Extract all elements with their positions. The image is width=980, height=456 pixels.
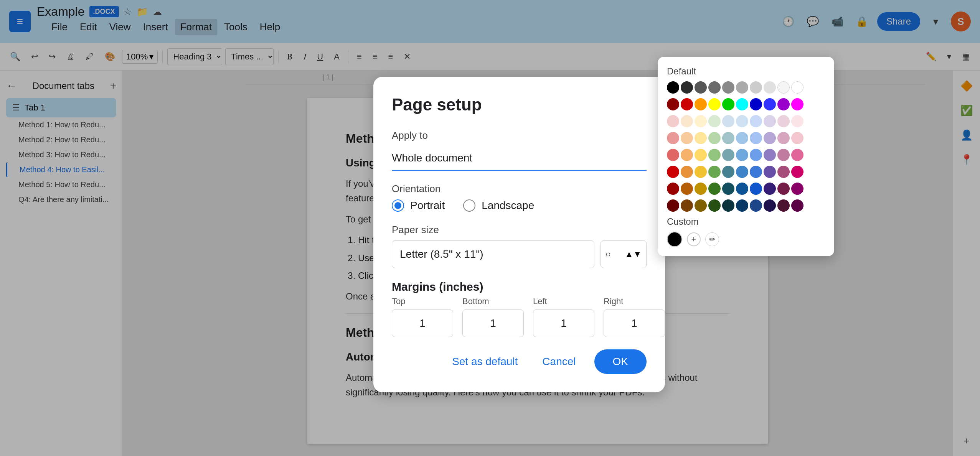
color-swatch[interactable] xyxy=(777,98,790,110)
color-swatch[interactable] xyxy=(722,115,734,127)
color-swatch[interactable] xyxy=(777,132,790,144)
color-swatch[interactable] xyxy=(722,81,734,94)
color-swatch[interactable] xyxy=(681,149,693,161)
color-swatch[interactable] xyxy=(708,115,721,127)
color-swatch[interactable] xyxy=(681,199,693,212)
color-swatch[interactable] xyxy=(764,166,776,178)
color-swatch[interactable] xyxy=(750,132,762,144)
color-swatch[interactable] xyxy=(708,166,721,178)
color-swatch[interactable] xyxy=(750,81,762,94)
color-swatch[interactable] xyxy=(736,132,748,144)
color-swatch[interactable] xyxy=(722,98,734,110)
color-swatch[interactable] xyxy=(791,183,803,195)
color-swatch[interactable] xyxy=(681,166,693,178)
portrait-option[interactable]: Portrait xyxy=(392,199,445,211)
apply-to-input[interactable] xyxy=(392,146,647,170)
color-swatch[interactable] xyxy=(791,132,803,144)
color-swatch[interactable] xyxy=(722,166,734,178)
color-swatch[interactable] xyxy=(777,115,790,127)
color-swatch[interactable] xyxy=(695,199,707,212)
color-swatch[interactable] xyxy=(750,166,762,178)
color-swatch[interactable] xyxy=(681,115,693,127)
color-swatch[interactable] xyxy=(750,149,762,161)
color-swatch[interactable] xyxy=(708,183,721,195)
landscape-option[interactable]: Landscape xyxy=(463,199,534,211)
color-swatch[interactable] xyxy=(667,81,679,94)
color-swatch[interactable] xyxy=(667,149,679,161)
paper-size-select[interactable]: Letter (8.5" x 11") A4 (8.27" x 11.69") … xyxy=(392,240,594,268)
color-swatch[interactable] xyxy=(791,166,803,178)
color-swatch[interactable] xyxy=(681,98,693,110)
color-swatch[interactable] xyxy=(764,81,776,94)
color-swatch[interactable] xyxy=(695,98,707,110)
color-swatch[interactable] xyxy=(750,199,762,212)
color-swatch[interactable] xyxy=(722,149,734,161)
color-swatch[interactable] xyxy=(791,149,803,161)
color-swatch[interactable] xyxy=(736,149,748,161)
color-swatch[interactable] xyxy=(736,166,748,178)
color-grid-row1 xyxy=(667,81,825,94)
color-swatch[interactable] xyxy=(681,183,693,195)
color-swatch[interactable] xyxy=(750,98,762,110)
color-swatch[interactable] xyxy=(777,149,790,161)
color-swatch[interactable] xyxy=(750,183,762,195)
color-swatch[interactable] xyxy=(750,115,762,127)
color-swatch[interactable] xyxy=(736,98,748,110)
color-swatch[interactable] xyxy=(708,199,721,212)
color-swatch[interactable] xyxy=(667,183,679,195)
color-swatch[interactable] xyxy=(791,115,803,127)
color-swatch[interactable] xyxy=(722,199,734,212)
cancel-button[interactable]: Cancel xyxy=(536,352,582,370)
color-swatch[interactable] xyxy=(667,166,679,178)
color-swatch[interactable] xyxy=(764,115,776,127)
edit-color-btn[interactable]: ✏ xyxy=(705,232,719,246)
color-swatch[interactable] xyxy=(736,183,748,195)
color-swatch[interactable] xyxy=(667,98,679,110)
color-swatch[interactable] xyxy=(722,132,734,144)
margin-left-input[interactable] xyxy=(533,309,594,337)
ok-button[interactable]: OK xyxy=(594,349,647,374)
color-swatch[interactable] xyxy=(777,166,790,178)
color-swatch[interactable] xyxy=(695,115,707,127)
color-swatch[interactable] xyxy=(736,81,748,94)
add-custom-color-btn[interactable]: + xyxy=(687,232,701,246)
color-swatch[interactable] xyxy=(667,115,679,127)
portrait-radio[interactable] xyxy=(392,199,404,211)
color-swatch[interactable] xyxy=(667,199,679,212)
color-swatch[interactable] xyxy=(695,166,707,178)
paper-size-stepper[interactable]: ○ ▲▼ xyxy=(601,240,647,268)
custom-swatch[interactable] xyxy=(667,232,682,247)
margin-right-label: Right xyxy=(604,296,665,306)
margin-bottom-input[interactable] xyxy=(462,309,524,337)
color-swatch[interactable] xyxy=(695,149,707,161)
color-swatch[interactable] xyxy=(764,98,776,110)
landscape-radio[interactable] xyxy=(463,199,475,211)
color-swatch[interactable] xyxy=(681,132,693,144)
color-swatch[interactable] xyxy=(695,183,707,195)
color-swatch[interactable] xyxy=(667,132,679,144)
set-as-default-button[interactable]: Set as default xyxy=(446,352,524,370)
color-swatch[interactable] xyxy=(708,81,721,94)
color-swatch[interactable] xyxy=(708,132,721,144)
color-swatch[interactable] xyxy=(736,199,748,212)
color-swatch[interactable] xyxy=(722,183,734,195)
color-swatch[interactable] xyxy=(777,81,790,94)
color-swatch[interactable] xyxy=(764,199,776,212)
paper-size-label: Paper size xyxy=(392,224,647,235)
color-swatch[interactable] xyxy=(695,132,707,144)
color-swatch[interactable] xyxy=(764,149,776,161)
color-swatch[interactable] xyxy=(708,98,721,110)
color-swatch[interactable] xyxy=(791,199,803,212)
color-swatch[interactable] xyxy=(708,149,721,161)
color-swatch[interactable] xyxy=(791,81,803,94)
color-swatch[interactable] xyxy=(791,98,803,110)
color-swatch[interactable] xyxy=(736,115,748,127)
color-swatch[interactable] xyxy=(681,81,693,94)
color-swatch[interactable] xyxy=(777,199,790,212)
color-swatch[interactable] xyxy=(764,132,776,144)
margin-right-input[interactable] xyxy=(604,309,665,337)
color-swatch[interactable] xyxy=(695,81,707,94)
color-swatch[interactable] xyxy=(777,183,790,195)
margin-top-input[interactable] xyxy=(392,309,453,337)
color-swatch[interactable] xyxy=(764,183,776,195)
